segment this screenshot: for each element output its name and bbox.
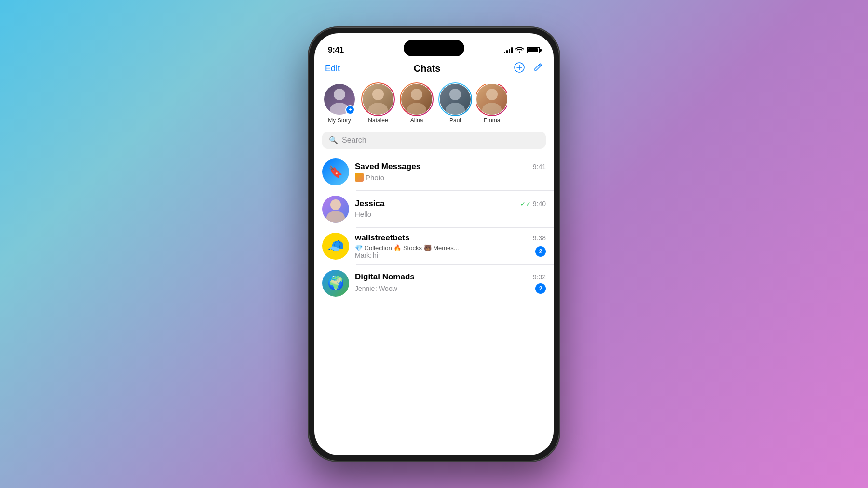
chat-list: 🔖 Saved Messages 9:41 Photo [314, 154, 554, 302]
search-placeholder: Search [342, 136, 366, 145]
phone-screen: 9:41 [314, 33, 554, 455]
nomads-sender-msg: Woow [379, 285, 397, 292]
story-label-paul: Paul [449, 117, 461, 124]
saved-messages-avatar: 🔖 [322, 158, 349, 185]
nomads-sender-name: Jennie [355, 285, 375, 292]
edit-button[interactable]: Edit [325, 64, 340, 74]
photo-thumbnail-icon [355, 173, 364, 182]
nomads-name: Digital Nomads [355, 272, 415, 282]
read-check-icon: ✓✓ [520, 200, 531, 208]
phone-frame: 9:41 [309, 27, 559, 461]
search-icon: 🔍 [329, 136, 338, 145]
nav-actions [514, 62, 543, 75]
chat-item-saved-messages[interactable]: 🔖 Saved Messages 9:41 Photo [314, 154, 554, 190]
compose-icon[interactable] [532, 62, 543, 75]
story-avatar-alina [401, 84, 432, 115]
story-item-paul[interactable]: Paul [438, 84, 473, 124]
saved-messages-preview-text: Photo [366, 173, 384, 182]
battery-icon [527, 47, 540, 53]
story-label-alina: Alina [410, 117, 423, 124]
story-label-natalee: Natalee [368, 117, 388, 124]
story-avatar-wrapper-natalee [363, 84, 393, 115]
story-avatar-wrapper-emma [476, 84, 507, 115]
wsb-content: wallstreetbets 9:38 💎 Collection 🔥 Stock… [355, 233, 546, 259]
story-avatar-wrapper-paul [440, 84, 471, 115]
wsb-time: 9:38 [533, 234, 546, 242]
signal-icon [504, 47, 513, 53]
saved-messages-time: 9:41 [533, 163, 546, 171]
story-avatar-emma [476, 84, 507, 115]
story-avatar-natalee [363, 84, 393, 115]
status-icons [504, 46, 540, 54]
story-avatar-wrapper-my-story: + [324, 84, 355, 115]
nomads-avatar: 🌍 [322, 270, 349, 297]
chevron-right-icon: › [379, 252, 380, 258]
jessica-time: ✓✓ 9:40 [520, 200, 546, 208]
status-time: 9:41 [328, 45, 344, 55]
stories-row: + My Story Natalee [314, 80, 554, 130]
story-item-my-story[interactable]: + My Story [322, 84, 357, 124]
jessica-avatar [322, 196, 349, 223]
wsb-sender-name: Mark: [355, 251, 372, 259]
search-bar-container: 🔍 Search [314, 130, 554, 154]
jessica-name: Jessica [355, 199, 384, 209]
story-avatar-paul [440, 84, 471, 115]
story-item-alina[interactable]: Alina [399, 84, 434, 124]
story-avatar-wrapper-alina [401, 84, 432, 115]
nomads-avatar-content: 🌍 [322, 270, 349, 297]
story-item-natalee[interactable]: Natalee [361, 84, 395, 124]
chat-item-wallstreetbets[interactable]: 🧢 wallstreetbets 9:38 [314, 228, 554, 264]
story-label-my-story: My Story [328, 117, 351, 124]
wsb-avatar-content: 🧢 [322, 233, 349, 260]
saved-messages-name: Saved Messages [355, 162, 420, 171]
dynamic-island [404, 40, 464, 56]
page-title: Chats [414, 63, 441, 74]
bookmark-icon: 🔖 [328, 165, 343, 179]
phone-outer: 9:41 [309, 27, 559, 461]
add-chat-icon[interactable] [514, 62, 525, 75]
wifi-icon [515, 46, 524, 54]
wsb-sender-msg: hi [373, 251, 378, 259]
nomads-unread-badge: 2 [535, 283, 546, 294]
jessica-content: Jessica ✓✓ 9:40 Hello [355, 199, 546, 219]
story-add-button[interactable]: + [345, 105, 355, 115]
story-label-emma: Emma [484, 117, 501, 124]
chat-item-digital-nomads[interactable]: 🌍 Digital Nomads 9:32 [314, 265, 554, 302]
saved-messages-preview: Photo [355, 173, 546, 182]
search-bar[interactable]: 🔍 Search [322, 132, 546, 149]
nomads-sender-row: Jennie : Woow [355, 285, 397, 292]
wsb-name: wallstreetbets [355, 233, 409, 243]
saved-messages-content: Saved Messages 9:41 Photo [355, 162, 546, 182]
nomads-content: Digital Nomads 9:32 Jennie : Woow [355, 272, 546, 294]
wsb-avatar: 🧢 [322, 233, 349, 260]
wsb-unread-badge: 2 [535, 246, 546, 257]
wsb-sender-row: Mark: hi › [355, 251, 459, 259]
jessica-preview: Hello [355, 210, 371, 218]
story-item-emma[interactable]: Emma [476, 84, 507, 124]
nomads-time: 9:32 [533, 273, 546, 281]
chat-item-jessica[interactable]: Jessica ✓✓ 9:40 Hello [314, 191, 554, 227]
nav-bar: Edit Chats [314, 59, 554, 80]
wsb-tags: 💎 Collection 🔥 Stocks 🐻 Memes... [355, 244, 459, 251]
